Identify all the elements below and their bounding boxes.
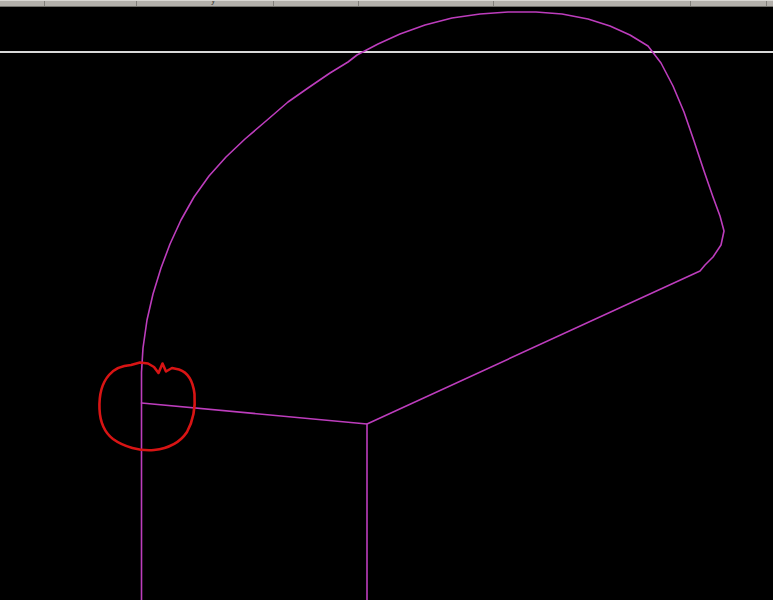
part-outline-polyline[interactable] [142, 12, 725, 600]
drawing-canvas[interactable] [0, 7, 773, 600]
toolbar-partial-text: y [211, 0, 216, 5]
toolbar-strip[interactable]: y [0, 0, 773, 7]
part-base-edge-line[interactable] [142, 403, 368, 424]
